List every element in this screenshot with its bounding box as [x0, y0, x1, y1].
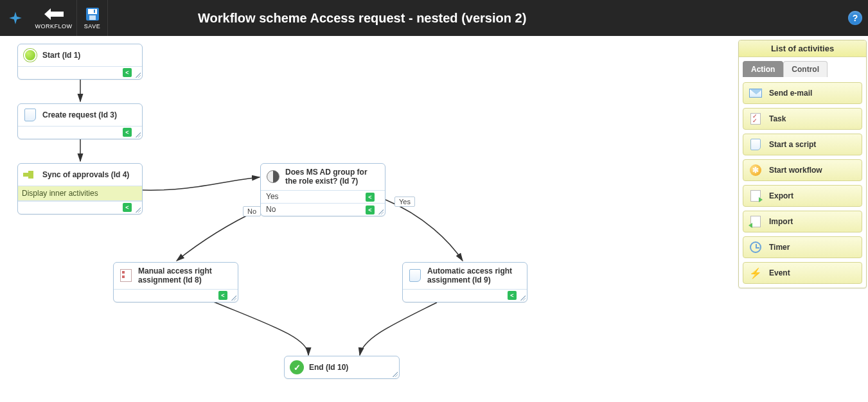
page-title: Workflow scheme Access request - nested …	[108, 0, 842, 36]
activity-export[interactable]: Export	[743, 185, 862, 207]
node-manual-assignment[interactable]: Manual access right assignment (Id 8)	[113, 262, 238, 302]
activity-label: Task	[769, 114, 786, 123]
checklist-icon	[119, 268, 133, 283]
activity-list: Send e-mailTaskStart a scriptStart workf…	[739, 78, 866, 288]
share-icon[interactable]	[123, 203, 132, 212]
share-icon[interactable]	[508, 291, 517, 300]
event-icon: ⚡	[748, 267, 763, 279]
start-icon	[23, 48, 37, 62]
resize-handle[interactable]	[136, 73, 141, 78]
activity-event[interactable]: ⚡Event	[743, 262, 862, 284]
activities-panel: List of activities Action Control Send e…	[738, 40, 867, 288]
activity-timer[interactable]: Timer	[743, 236, 862, 258]
sync-icon	[23, 168, 37, 182]
node-title: Manual access right assignment (Id 8)	[138, 267, 233, 285]
topbar: WORKFLOW SAVE Workflow scheme Access req…	[0, 0, 868, 36]
export-icon	[748, 189, 763, 202]
back-arrow-icon	[44, 6, 64, 22]
workflow-canvas[interactable]: Start (Id 1) Create request (Id 3) Sync …	[0, 36, 733, 402]
share-icon[interactable]	[366, 193, 375, 202]
svg-rect-1	[88, 9, 97, 14]
node-decision[interactable]: Does MS AD group for the role exist? (Id…	[260, 163, 385, 216]
tab-control[interactable]: Control	[783, 61, 828, 77]
share-icon[interactable]	[123, 128, 132, 137]
activity-label: Event	[769, 268, 790, 277]
node-title: Sync of approvals (Id 4)	[42, 170, 137, 179]
save-button[interactable]: SAVE	[77, 0, 108, 36]
activity-task[interactable]: Task	[743, 108, 862, 130]
activity-label: Send e-mail	[769, 89, 812, 98]
activity-label: Start a script	[769, 140, 816, 149]
task-icon	[748, 112, 763, 125]
node-title: Start (Id 1)	[42, 51, 137, 60]
panel-tabs: Action Control	[739, 57, 866, 78]
activity-send-email[interactable]: Send e-mail	[743, 82, 862, 104]
activity-start-workflow[interactable]: Start workflow	[743, 159, 862, 181]
tab-action[interactable]: Action	[743, 61, 783, 77]
svg-rect-2	[89, 15, 96, 20]
document-icon	[408, 268, 422, 283]
help-icon: ?	[848, 11, 862, 25]
save-label: SAVE	[84, 23, 100, 30]
node-title: Create request (Id 3)	[42, 110, 137, 119]
resize-handle[interactable]	[136, 207, 141, 213]
display-inner-activities[interactable]: Display inner activities	[18, 186, 142, 201]
start-workflow-icon	[748, 164, 763, 177]
save-icon	[85, 6, 100, 22]
edge-label-no: No	[243, 206, 261, 216]
node-start[interactable]: Start (Id 1)	[17, 44, 143, 80]
help-button[interactable]: ?	[842, 0, 868, 36]
node-title: Automatic access right assignment (Id 9)	[427, 267, 522, 285]
resize-handle[interactable]	[393, 372, 398, 377]
share-icon[interactable]	[218, 291, 227, 300]
activity-label: Timer	[769, 243, 790, 252]
document-icon	[23, 108, 37, 122]
node-title: End (Id 10)	[309, 363, 394, 372]
activity-label: Export	[769, 191, 793, 200]
node-auto-assignment[interactable]: Automatic access right assignment (Id 9)	[402, 262, 527, 302]
option-label: Yes	[266, 192, 279, 201]
svg-rect-3	[94, 10, 95, 13]
share-icon[interactable]	[123, 68, 132, 77]
option-label: No	[266, 205, 276, 214]
import-icon	[748, 215, 763, 228]
node-sync-approvals[interactable]: Sync of approvals (Id 4) Display inner a…	[17, 163, 143, 214]
app-logo[interactable]	[0, 0, 31, 36]
end-icon	[290, 360, 304, 374]
option-no[interactable]: No	[261, 203, 385, 216]
send-email-icon	[748, 87, 763, 100]
panel-title: List of activities	[739, 40, 866, 57]
node-create-request[interactable]: Create request (Id 3)	[17, 103, 143, 139]
condition-icon	[266, 170, 280, 184]
workflow-button[interactable]: WORKFLOW	[31, 0, 77, 36]
share-icon[interactable]	[366, 205, 375, 214]
resize-handle[interactable]	[520, 295, 526, 301]
activity-label: Import	[769, 217, 793, 226]
activity-start-script[interactable]: Start a script	[743, 134, 862, 155]
node-end[interactable]: End (Id 10)	[284, 356, 400, 379]
start-script-icon	[748, 138, 763, 151]
option-yes[interactable]: Yes	[261, 190, 385, 203]
resize-handle[interactable]	[136, 132, 141, 137]
activity-label: Start workflow	[769, 166, 822, 175]
resize-handle[interactable]	[378, 209, 384, 214]
resize-handle[interactable]	[231, 295, 236, 301]
edge-label-yes: Yes	[394, 197, 415, 207]
timer-icon	[748, 241, 763, 254]
workflow-label: WORKFLOW	[35, 23, 73, 30]
activity-import[interactable]: Import	[743, 211, 862, 232]
node-title: Does MS AD group for the role exist? (Id…	[285, 168, 380, 186]
